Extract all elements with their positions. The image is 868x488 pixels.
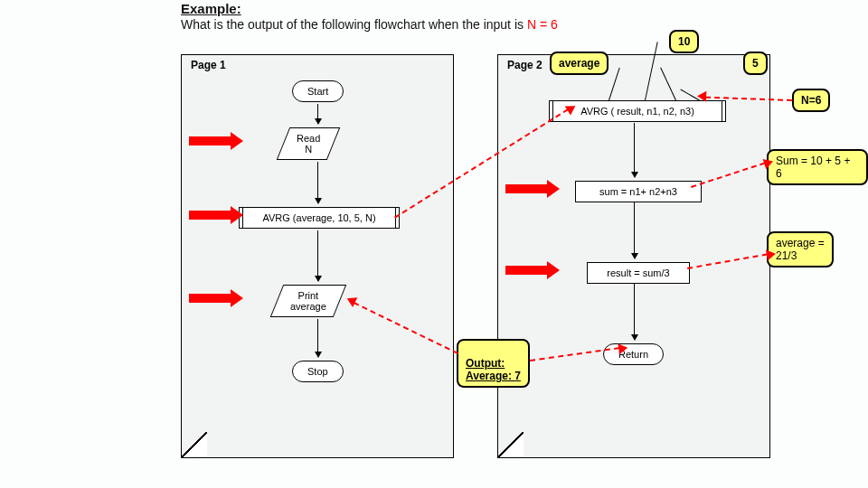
page-1: Page 1 Start Read N AVRG (average, 10, 5…: [181, 54, 454, 458]
start-terminal: Start: [292, 80, 344, 102]
param-line-n1: [645, 42, 658, 100]
callout-10: 10: [669, 30, 699, 53]
sum-process: sum = n1+ n2+n3: [575, 181, 702, 202]
page-2-label: Page 2: [507, 59, 542, 71]
question-prefix: What is the output of the following flow…: [181, 17, 527, 32]
callout-5: 5: [743, 52, 768, 75]
stop-terminal: Stop: [292, 361, 344, 382]
callout-sum: Sum = 10 + 5 + 6: [767, 149, 868, 185]
read-io: Read N: [277, 127, 341, 160]
question-text: What is the output of the following flow…: [181, 17, 558, 32]
print-io: Print average: [270, 285, 346, 317]
result-process: result = sum/3: [587, 262, 690, 284]
conn-header-sum: [634, 123, 635, 177]
param-line-n2: [660, 68, 676, 101]
conn-result-return: [634, 284, 635, 340]
callout-average: average: [550, 52, 609, 75]
call-subroutine: AVRG (average, 10, 5, N): [239, 207, 400, 229]
conn-print-stop: [317, 319, 318, 357]
callout-output: Output: Average: 7: [457, 339, 530, 388]
conn-start-read: [317, 104, 318, 124]
conn-avrg-print: [317, 230, 318, 281]
page-1-label: Page 1: [191, 59, 226, 71]
callout-n6: N=6: [792, 89, 830, 112]
example-heading: Example:: [181, 1, 241, 16]
question-input-value: N = 6: [527, 17, 558, 32]
conn-sum-result: [634, 202, 635, 258]
page-2: Page 2 AVRG ( result, n1, n2, n3) sum = …: [497, 54, 770, 458]
conn-read-avrg: [317, 162, 318, 203]
callout-average-eq: average = 21/3: [767, 231, 834, 267]
return-terminal: Return: [603, 343, 664, 365]
param-line-result: [609, 68, 620, 100]
